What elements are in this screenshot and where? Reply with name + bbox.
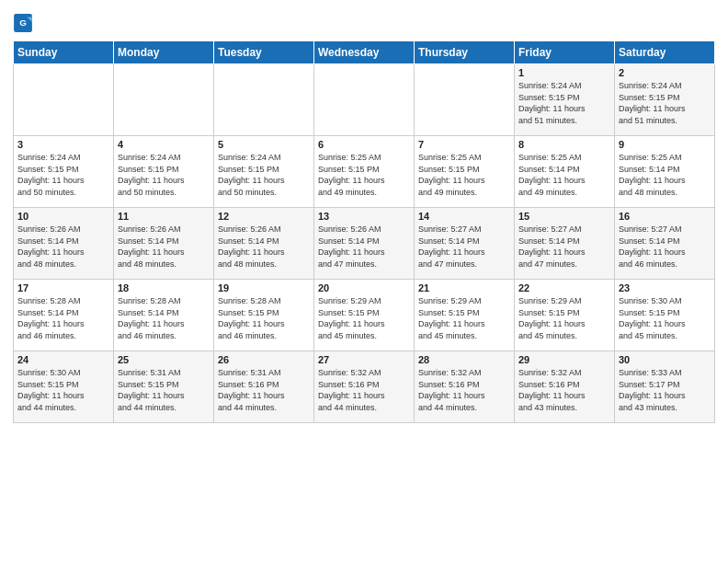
calendar-header-tuesday: Tuesday <box>214 41 314 64</box>
calendar-cell: 3Sunrise: 5:24 AMSunset: 5:15 PMDaylight… <box>14 136 114 208</box>
day-number: 9 <box>619 139 711 150</box>
logo: G <box>13 13 35 33</box>
calendar-cell: 10Sunrise: 5:26 AMSunset: 5:14 PMDayligh… <box>14 208 114 280</box>
day-info: Sunrise: 5:25 AMSunset: 5:15 PMDaylight:… <box>318 152 410 198</box>
calendar-table: SundayMondayTuesdayWednesdayThursdayFrid… <box>13 40 715 423</box>
day-number: 17 <box>17 282 109 293</box>
day-info: Sunrise: 5:27 AMSunset: 5:14 PMDaylight:… <box>619 224 711 270</box>
day-number: 5 <box>218 139 310 150</box>
calendar-cell: 6Sunrise: 5:25 AMSunset: 5:15 PMDaylight… <box>314 136 415 208</box>
header: G <box>13 9 715 33</box>
day-number: 26 <box>218 354 310 365</box>
day-number: 22 <box>518 282 610 293</box>
day-info: Sunrise: 5:32 AMSunset: 5:16 PMDaylight:… <box>418 367 510 413</box>
day-number: 19 <box>218 282 310 293</box>
calendar-cell: 25Sunrise: 5:31 AMSunset: 5:15 PMDayligh… <box>114 351 214 423</box>
day-info: Sunrise: 5:26 AMSunset: 5:14 PMDaylight:… <box>218 224 310 270</box>
calendar-cell: 19Sunrise: 5:28 AMSunset: 5:15 PMDayligh… <box>214 280 314 351</box>
day-info: Sunrise: 5:30 AMSunset: 5:15 PMDaylight:… <box>17 367 109 413</box>
calendar-header-row: SundayMondayTuesdayWednesdayThursdayFrid… <box>14 41 715 64</box>
day-info: Sunrise: 5:25 AMSunset: 5:15 PMDaylight:… <box>418 152 510 198</box>
day-number: 27 <box>318 354 410 365</box>
day-number: 10 <box>17 211 109 222</box>
day-info: Sunrise: 5:29 AMSunset: 5:15 PMDaylight:… <box>318 295 410 341</box>
calendar-cell <box>14 64 114 136</box>
calendar-week-row: 1Sunrise: 5:24 AMSunset: 5:15 PMDaylight… <box>14 64 715 136</box>
calendar-cell: 27Sunrise: 5:32 AMSunset: 5:16 PMDayligh… <box>314 351 415 423</box>
day-info: Sunrise: 5:25 AMSunset: 5:14 PMDaylight:… <box>518 152 610 198</box>
day-info: Sunrise: 5:26 AMSunset: 5:14 PMDaylight:… <box>17 224 109 270</box>
day-number: 4 <box>118 139 210 150</box>
day-info: Sunrise: 5:33 AMSunset: 5:17 PMDaylight:… <box>619 367 711 413</box>
day-info: Sunrise: 5:28 AMSunset: 5:14 PMDaylight:… <box>17 295 109 341</box>
calendar-cell: 17Sunrise: 5:28 AMSunset: 5:14 PMDayligh… <box>14 280 114 351</box>
day-info: Sunrise: 5:28 AMSunset: 5:15 PMDaylight:… <box>218 295 310 341</box>
day-info: Sunrise: 5:26 AMSunset: 5:14 PMDaylight:… <box>318 224 410 270</box>
calendar-cell: 4Sunrise: 5:24 AMSunset: 5:15 PMDaylight… <box>114 136 214 208</box>
calendar-week-row: 10Sunrise: 5:26 AMSunset: 5:14 PMDayligh… <box>14 208 715 280</box>
calendar-header-saturday: Saturday <box>615 41 715 64</box>
day-number: 6 <box>318 139 410 150</box>
calendar-cell: 21Sunrise: 5:29 AMSunset: 5:15 PMDayligh… <box>415 280 515 351</box>
day-info: Sunrise: 5:32 AMSunset: 5:16 PMDaylight:… <box>318 367 410 413</box>
calendar-cell: 20Sunrise: 5:29 AMSunset: 5:15 PMDayligh… <box>314 280 415 351</box>
logo-icon: G <box>13 13 33 33</box>
day-info: Sunrise: 5:24 AMSunset: 5:15 PMDaylight:… <box>518 80 610 126</box>
day-number: 1 <box>518 67 610 78</box>
calendar-cell: 12Sunrise: 5:26 AMSunset: 5:14 PMDayligh… <box>214 208 314 280</box>
calendar-cell: 24Sunrise: 5:30 AMSunset: 5:15 PMDayligh… <box>14 351 114 423</box>
day-number: 16 <box>619 211 711 222</box>
calendar-cell <box>114 64 214 136</box>
calendar-cell: 22Sunrise: 5:29 AMSunset: 5:15 PMDayligh… <box>515 280 615 351</box>
calendar-header-friday: Friday <box>515 41 615 64</box>
day-info: Sunrise: 5:31 AMSunset: 5:15 PMDaylight:… <box>118 367 210 413</box>
calendar-cell: 5Sunrise: 5:24 AMSunset: 5:15 PMDaylight… <box>214 136 314 208</box>
calendar-header-thursday: Thursday <box>415 41 515 64</box>
day-number: 28 <box>418 354 510 365</box>
day-info: Sunrise: 5:24 AMSunset: 5:15 PMDaylight:… <box>619 80 711 126</box>
calendar-cell: 30Sunrise: 5:33 AMSunset: 5:17 PMDayligh… <box>615 351 715 423</box>
day-info: Sunrise: 5:31 AMSunset: 5:16 PMDaylight:… <box>218 367 310 413</box>
calendar-cell: 8Sunrise: 5:25 AMSunset: 5:14 PMDaylight… <box>515 136 615 208</box>
day-info: Sunrise: 5:27 AMSunset: 5:14 PMDaylight:… <box>418 224 510 270</box>
day-number: 24 <box>17 354 109 365</box>
day-number: 12 <box>218 211 310 222</box>
calendar-cell <box>214 64 314 136</box>
day-number: 30 <box>619 354 711 365</box>
calendar-cell: 15Sunrise: 5:27 AMSunset: 5:14 PMDayligh… <box>515 208 615 280</box>
calendar-cell <box>314 64 415 136</box>
calendar-header-sunday: Sunday <box>14 41 114 64</box>
calendar-week-row: 17Sunrise: 5:28 AMSunset: 5:14 PMDayligh… <box>14 280 715 351</box>
calendar-cell: 1Sunrise: 5:24 AMSunset: 5:15 PMDaylight… <box>515 64 615 136</box>
day-info: Sunrise: 5:27 AMSunset: 5:14 PMDaylight:… <box>518 224 610 270</box>
day-number: 7 <box>418 139 510 150</box>
page: G SundayMondayTuesdayWednesdayThursdayFr… <box>0 0 728 563</box>
day-number: 8 <box>518 139 610 150</box>
day-number: 21 <box>418 282 510 293</box>
calendar-cell: 9Sunrise: 5:25 AMSunset: 5:14 PMDaylight… <box>615 136 715 208</box>
calendar-cell: 16Sunrise: 5:27 AMSunset: 5:14 PMDayligh… <box>615 208 715 280</box>
day-number: 2 <box>619 67 711 78</box>
day-number: 25 <box>118 354 210 365</box>
calendar-cell: 23Sunrise: 5:30 AMSunset: 5:15 PMDayligh… <box>615 280 715 351</box>
day-number: 23 <box>619 282 711 293</box>
day-info: Sunrise: 5:25 AMSunset: 5:14 PMDaylight:… <box>619 152 711 198</box>
svg-text:G: G <box>19 17 27 28</box>
day-info: Sunrise: 5:30 AMSunset: 5:15 PMDaylight:… <box>619 295 711 341</box>
calendar-week-row: 24Sunrise: 5:30 AMSunset: 5:15 PMDayligh… <box>14 351 715 423</box>
calendar-cell: 29Sunrise: 5:32 AMSunset: 5:16 PMDayligh… <box>515 351 615 423</box>
calendar-cell: 26Sunrise: 5:31 AMSunset: 5:16 PMDayligh… <box>214 351 314 423</box>
day-info: Sunrise: 5:29 AMSunset: 5:15 PMDaylight:… <box>418 295 510 341</box>
day-info: Sunrise: 5:28 AMSunset: 5:14 PMDaylight:… <box>118 295 210 341</box>
day-info: Sunrise: 5:24 AMSunset: 5:15 PMDaylight:… <box>17 152 109 198</box>
day-info: Sunrise: 5:24 AMSunset: 5:15 PMDaylight:… <box>118 152 210 198</box>
calendar-cell <box>415 64 515 136</box>
day-info: Sunrise: 5:32 AMSunset: 5:16 PMDaylight:… <box>518 367 610 413</box>
calendar-header-monday: Monday <box>114 41 214 64</box>
calendar-cell: 13Sunrise: 5:26 AMSunset: 5:14 PMDayligh… <box>314 208 415 280</box>
calendar-cell: 14Sunrise: 5:27 AMSunset: 5:14 PMDayligh… <box>415 208 515 280</box>
day-number: 20 <box>318 282 410 293</box>
day-number: 13 <box>318 211 410 222</box>
day-number: 3 <box>17 139 109 150</box>
calendar-cell: 18Sunrise: 5:28 AMSunset: 5:14 PMDayligh… <box>114 280 214 351</box>
